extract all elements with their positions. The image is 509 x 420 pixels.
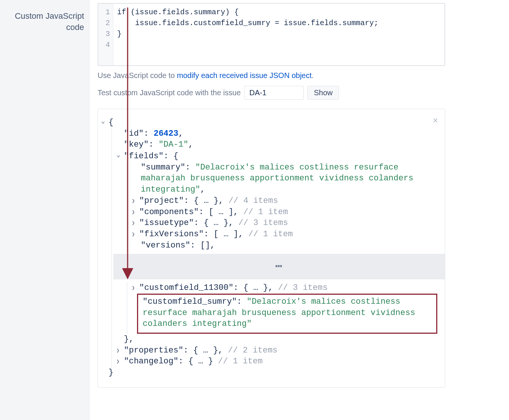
chevron-right-icon[interactable] [132, 285, 137, 292]
chevron-right-icon[interactable] [132, 209, 137, 216]
code-body[interactable]: if (issue.fields.summary) { issue.fields… [113, 4, 444, 65]
chevron-right-icon[interactable] [132, 198, 137, 205]
chevron-right-icon[interactable] [116, 358, 122, 365]
highlighted-result: "customfield_sumry": "Delacroix's malice… [137, 294, 437, 334]
sidebar-label: Custom JavaScript code [0, 0, 90, 420]
collapsed-ellipsis[interactable]: ⋯ [113, 254, 445, 279]
chevron-down-icon[interactable] [116, 150, 122, 160]
doc-link[interactable]: modify each received issue JSON object [177, 71, 312, 80]
code-editor[interactable]: 1 2 3 4 if (issue.fields.summary) { issu… [98, 3, 445, 66]
chevron-right-icon[interactable] [116, 347, 122, 354]
chevron-right-icon[interactable] [132, 231, 137, 238]
test-label: Test custom JavaScript code with the iss… [98, 88, 241, 97]
close-icon[interactable]: × [433, 114, 438, 126]
helper-text: Use JavaScript code to modify each recei… [98, 71, 445, 80]
show-button[interactable]: Show [307, 86, 339, 100]
json-result-panel: × { "id": 26423, "key": "DA-1", "fields"… [98, 109, 445, 388]
issue-key-input[interactable] [244, 86, 304, 100]
chevron-right-icon[interactable] [132, 220, 137, 227]
line-gutter: 1 2 3 4 [98, 4, 113, 65]
chevron-down-icon[interactable] [101, 117, 106, 126]
